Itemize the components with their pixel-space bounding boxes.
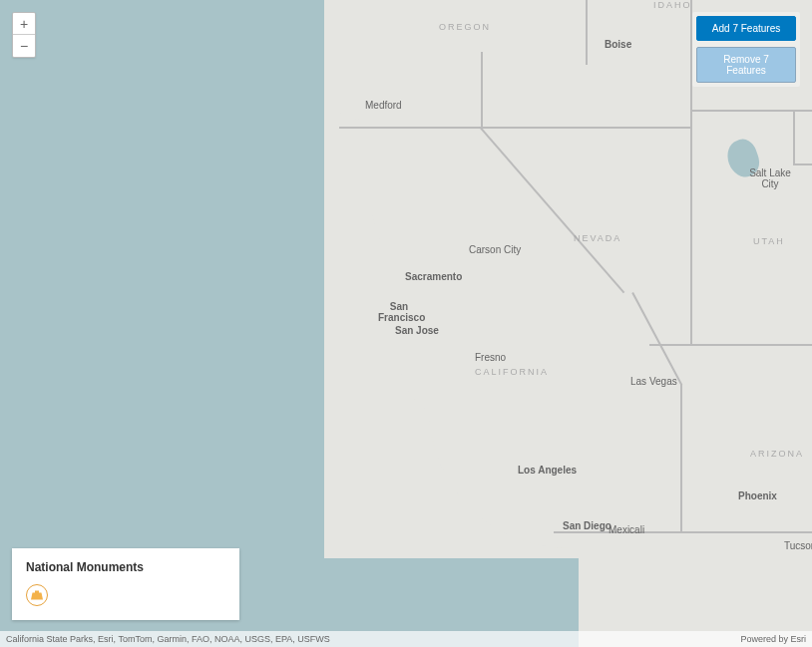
- city-label-medford: Medford: [365, 100, 402, 111]
- state-label-oregon: OREGON: [439, 22, 491, 32]
- state-label-arizona: ARIZONA: [750, 449, 804, 459]
- remove-features-button[interactable]: Remove 7 Features: [696, 47, 796, 83]
- city-label-la: Los Angeles: [518, 465, 577, 476]
- action-panel: Add 7 Features Remove 7 Features: [692, 12, 800, 87]
- state-label-utah: UTAH: [753, 236, 785, 246]
- city-label-sj: San Jose: [395, 325, 439, 336]
- city-label-sd: San Diego: [563, 520, 611, 531]
- state-label-california: CALIFORNIA: [475, 367, 549, 377]
- city-label-boise: Boise: [605, 39, 631, 50]
- add-features-button[interactable]: Add 7 Features: [696, 16, 796, 41]
- attribution-sources: California State Parks, Esri, TomTom, Ga…: [6, 634, 330, 644]
- city-label-mexicali: Mexicali: [609, 524, 644, 535]
- city-label-sf: San Francisco: [378, 301, 420, 323]
- city-label-sacramento: Sacramento: [405, 271, 462, 282]
- zoom-controls: + −: [12, 12, 36, 58]
- monument-icon: [26, 584, 48, 606]
- attribution-bar: California State Parks, Esri, TomTom, Ga…: [0, 631, 812, 647]
- zoom-in-button[interactable]: +: [13, 13, 35, 35]
- state-label-nevada: NEVADA: [574, 233, 621, 243]
- city-label-slc: Salt Lake City: [745, 167, 795, 189]
- city-label-carson: Carson City: [469, 244, 521, 255]
- city-label-fresno: Fresno: [475, 352, 506, 363]
- attribution-powered-by[interactable]: Powered by Esri: [740, 634, 806, 644]
- city-label-tucson: Tucson: [784, 540, 812, 551]
- legend-title: National Monuments: [26, 560, 225, 574]
- city-label-phoenix: Phoenix: [738, 490, 777, 501]
- city-label-vegas: Las Vegas: [630, 376, 677, 387]
- legend-panel: National Monuments: [12, 548, 239, 620]
- zoom-out-button[interactable]: −: [13, 35, 35, 57]
- state-label-idaho: IDAHO: [653, 0, 692, 10]
